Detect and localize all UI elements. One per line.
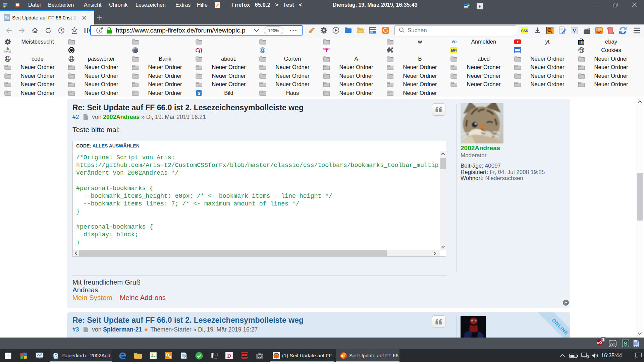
svg-text:S: S <box>198 91 201 96</box>
svg-text:V: V <box>478 4 481 9</box>
svg-text:Fx: Fx <box>4 15 9 20</box>
svg-text:b64: b64 <box>451 49 457 52</box>
svg-text:CSS: CSS <box>521 29 528 33</box>
svg-text:V: V <box>573 28 576 34</box>
svg-text:A: A <box>214 354 217 358</box>
svg-text:1: 1 <box>602 337 604 342</box>
svg-text:Cſſ: Cſſ <box>196 47 202 53</box>
svg-text:S: S <box>624 341 627 347</box>
svg-text:CSS: CSS <box>596 28 602 31</box>
svg-text:p: p <box>454 39 457 44</box>
svg-text:D: D <box>227 353 231 359</box>
